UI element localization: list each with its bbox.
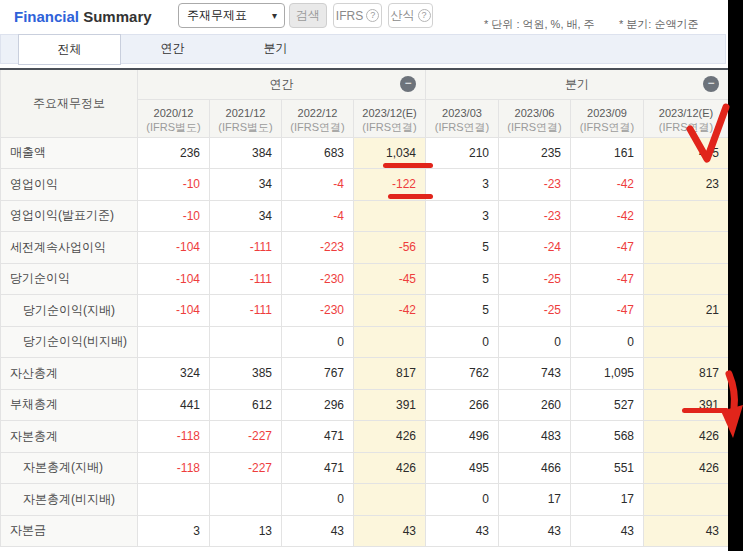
data-cell: -223	[282, 232, 354, 264]
data-cell: 495	[426, 452, 499, 484]
column-header: 2020/12(IFRS별도)	[138, 99, 210, 137]
row-label: 영업이익	[1, 169, 138, 201]
data-cell: 551	[571, 452, 644, 484]
group-header-annual: 연간 −	[138, 69, 426, 99]
table-row: 매출액2363846831,034210235161445	[1, 137, 729, 169]
data-cell: -118	[138, 421, 210, 453]
table-row: 당기순이익(지배)-104-111-230-425-25-4721	[1, 295, 729, 327]
data-cell: 817	[354, 358, 426, 390]
ifrs-help-button[interactable]: IFRS ?	[333, 3, 382, 28]
data-cell: -47	[571, 232, 644, 264]
data-cell: 471	[282, 452, 354, 484]
data-cell: 1,034	[354, 137, 426, 169]
data-cell: -45	[354, 263, 426, 295]
row-label: 부채총계	[1, 389, 138, 421]
data-cell: 466	[499, 452, 571, 484]
data-cell: 384	[210, 137, 282, 169]
column-header: 2023/12(E)(IFRS연결)	[354, 99, 426, 137]
data-cell: 43	[354, 515, 426, 547]
data-cell: -42	[354, 295, 426, 327]
table-row: 자본총계(지배)-118-227471426495466551426	[1, 452, 729, 484]
data-cell: 612	[210, 389, 282, 421]
data-cell: -23	[499, 169, 571, 201]
page-title: Financial Summary	[14, 8, 152, 25]
table-row: 영업이익-1034-4-1223-23-4223	[1, 169, 729, 201]
column-header: 2023/06(IFRS연결)	[499, 99, 571, 137]
data-cell: -230	[282, 263, 354, 295]
collapse-quarterly-button[interactable]: −	[703, 76, 719, 92]
row-label: 당기순이익(지배)	[1, 295, 138, 327]
data-cell: -56	[354, 232, 426, 264]
data-cell: -47	[571, 295, 644, 327]
data-cell: -227	[210, 452, 282, 484]
data-cell: 17	[571, 484, 644, 516]
group-quarterly-label: 분기	[565, 77, 589, 91]
data-cell: 426	[644, 452, 729, 484]
data-cell: -111	[210, 232, 282, 264]
data-cell	[354, 326, 426, 358]
data-cell: 3	[426, 200, 499, 232]
data-cell: 496	[426, 421, 499, 453]
data-cell: -104	[138, 232, 210, 264]
data-cell: -42	[571, 169, 644, 201]
data-cell: 683	[282, 137, 354, 169]
unit-note: * 단위 : 억원, %, 배, 주	[484, 17, 595, 32]
statement-type-select[interactable]: 주재무제표 ▾	[178, 3, 285, 28]
data-cell: -24	[499, 232, 571, 264]
data-cell: 743	[499, 358, 571, 390]
chevron-down-icon: ▾	[272, 4, 277, 27]
data-cell: 391	[644, 389, 729, 421]
group-header-quarterly: 분기 −	[426, 69, 729, 99]
search-button[interactable]: 검색	[289, 3, 327, 28]
data-cell: 762	[426, 358, 499, 390]
data-cell: 0	[426, 484, 499, 516]
column-header: 2022/12(IFRS연결)	[282, 99, 354, 137]
row-label: 세전계속사업이익	[1, 232, 138, 264]
question-icon: ?	[366, 9, 379, 22]
data-cell: -118	[138, 452, 210, 484]
table-row: 부채총계441612296391266260527391	[1, 389, 729, 421]
data-cell: 441	[138, 389, 210, 421]
data-cell: 527	[571, 389, 644, 421]
title-financial: Financial	[14, 8, 79, 25]
formula-help-button[interactable]: 산식 ?	[388, 3, 433, 28]
data-cell: -111	[210, 295, 282, 327]
data-cell: 5	[426, 295, 499, 327]
column-header: 2023/03(IFRS연결)	[426, 99, 499, 137]
table-row: 당기순이익-104-111-230-455-25-47	[1, 263, 729, 295]
row-label: 매출액	[1, 137, 138, 169]
data-cell: 3	[138, 515, 210, 547]
data-cell: 426	[354, 452, 426, 484]
data-cell: 426	[354, 421, 426, 453]
data-cell	[644, 326, 729, 358]
data-cell: 817	[644, 358, 729, 390]
data-cell: -111	[210, 263, 282, 295]
data-cell: -10	[138, 200, 210, 232]
column-header: 2023/09(IFRS연결)	[571, 99, 644, 137]
data-cell	[354, 484, 426, 516]
column-header: 2023/12(E)(IFRS연결)	[644, 99, 729, 137]
formula-label: 산식	[391, 7, 415, 24]
table-row: 자산총계3243857678177627431,095817	[1, 358, 729, 390]
data-cell	[210, 484, 282, 516]
collapse-annual-button[interactable]: −	[400, 76, 416, 92]
data-cell: 23	[644, 169, 729, 201]
data-cell	[138, 484, 210, 516]
table-row: 세전계속사업이익-104-111-223-565-24-47	[1, 232, 729, 264]
data-cell: 43	[644, 515, 729, 547]
question-icon: ?	[418, 9, 431, 22]
data-cell: -4	[282, 200, 354, 232]
group-annual-label: 연간	[270, 77, 294, 91]
data-cell: 43	[426, 515, 499, 547]
tab-quarterly[interactable]: 분기	[224, 34, 327, 64]
data-cell: 767	[282, 358, 354, 390]
data-cell	[354, 200, 426, 232]
row-label: 자본총계	[1, 421, 138, 453]
tab-annual[interactable]: 연간	[121, 34, 224, 64]
quarter-note: * 분기: 순액기준	[619, 17, 698, 32]
ifrs-label: IFRS	[336, 9, 363, 23]
tab-all[interactable]: 전체	[18, 34, 121, 65]
data-cell	[644, 484, 729, 516]
data-cell: -104	[138, 263, 210, 295]
row-label: 당기순이익	[1, 263, 138, 295]
